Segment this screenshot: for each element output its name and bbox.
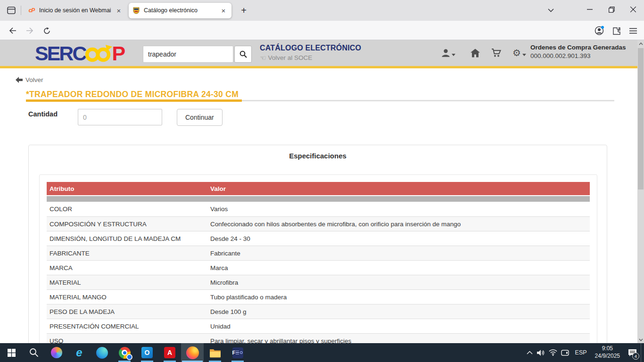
- list-all-tabs-icon[interactable]: [543, 3, 558, 17]
- clock[interactable]: 9:05 24/9/2025: [595, 345, 620, 360]
- specifications-panel: Atributo Valor COLOR Varios COMPOSICIÓN …: [39, 174, 597, 362]
- settings-gear-icon[interactable]: ⚙: [512, 48, 526, 58]
- reload-icon[interactable]: [40, 24, 54, 38]
- spec-value: Varios: [210, 206, 590, 213]
- catalog-title-block: CATÁLOGO ELECTRÓNICO ☜ Volver al SOCE: [260, 44, 361, 61]
- table-row: MARCA Marca: [47, 260, 590, 275]
- scroll-down-icon[interactable]: [637, 336, 644, 343]
- ecuador-arms-icon: [132, 7, 140, 14]
- sercop-loop-icon: [84, 43, 113, 63]
- scrollbar-thumb[interactable]: [638, 48, 644, 189]
- cart-icon[interactable]: [491, 49, 501, 58]
- account-icon[interactable]: [592, 24, 606, 38]
- new-tab-button[interactable]: +: [237, 5, 250, 16]
- copilot-icon[interactable]: [45, 343, 68, 362]
- spec-value: Microfibra: [210, 279, 590, 286]
- sercop-header: SERC P CATÁLOGO ELECTRÓNICO ☜ Volver al …: [0, 40, 644, 68]
- orders-block: Ordenes de Compra Generadas 000.000.002.…: [530, 44, 632, 59]
- extensions-puzzle-icon[interactable]: [609, 24, 623, 38]
- specifications-card: Especificaciones Atributo Valor COLOR Va…: [28, 145, 607, 362]
- quantity-label: Cantidad: [28, 110, 58, 118]
- acrobat-icon[interactable]: A: [158, 343, 181, 362]
- catalog-title: CATÁLOGO ELECTRÓNICO: [260, 44, 361, 52]
- table-row: FABRICANTE Fabricante: [47, 246, 590, 260]
- minimize-button[interactable]: [579, 0, 601, 19]
- browser-tab-bar: cP Inicio de sesión en Webmail × Catálog…: [0, 0, 644, 21]
- soce-link[interactable]: ☜ Volver al SOCE: [260, 54, 361, 61]
- outlook-icon[interactable]: O: [136, 343, 158, 362]
- sercop-logo[interactable]: SERC P: [35, 42, 124, 64]
- spec-attr: FABRICANTE: [47, 250, 210, 257]
- system-tray: ESP 9:05 24/9/2025 4: [524, 343, 644, 362]
- scroll-up-icon[interactable]: [637, 40, 644, 47]
- windows-taskbar: e O A F: [0, 343, 644, 362]
- clock-time: 9:05: [595, 345, 620, 353]
- tab-webmail[interactable]: cP Inicio de sesión en Webmail ×: [24, 3, 127, 18]
- taskbar-search-icon[interactable]: [23, 343, 45, 362]
- firefox-view-icon[interactable]: [4, 3, 19, 17]
- language-indicator[interactable]: ESP: [575, 349, 587, 356]
- restore-button[interactable]: [601, 0, 622, 19]
- spec-attr: DIMENSIÓN, LONGITUD DE LA MADEJA CM: [47, 235, 210, 242]
- start-button[interactable]: [0, 343, 23, 362]
- spec-value: Desde 24 - 30: [210, 235, 590, 242]
- title-underline: [26, 99, 614, 102]
- edge-icon[interactable]: [91, 343, 113, 362]
- forticlient-icon[interactable]: F: [226, 343, 249, 362]
- table-row: PESO DE LA MADEJA Desde 100 g: [47, 304, 590, 319]
- browser-toolbar: catalogoelectronico.compraspublicas.gob.…: [0, 21, 644, 40]
- back-icon[interactable]: [6, 24, 20, 38]
- home-icon[interactable]: [471, 49, 480, 58]
- cpanel-icon: cP: [28, 7, 35, 14]
- tab-catalogo[interactable]: Catálogo electrónico ×: [129, 3, 231, 18]
- search-icon: [239, 50, 247, 58]
- action-center-icon[interactable]: 4: [624, 343, 641, 362]
- menu-hamburger-icon[interactable]: [626, 24, 640, 38]
- table-row: MATERIAL MANGO Tubo plastificado o mader…: [47, 289, 590, 304]
- continue-button[interactable]: Continuar: [177, 109, 223, 126]
- chrome-icon[interactable]: [113, 343, 136, 362]
- header-icon-group: ⚙: [441, 48, 538, 58]
- clock-date: 24/9/2025: [595, 353, 620, 360]
- close-window-button[interactable]: [622, 0, 644, 19]
- spec-attr: MATERIAL: [47, 279, 210, 286]
- column-header-atributo: Atributo: [47, 185, 210, 192]
- table-row: PRESENTACIÓN COMERCIAL Unidad: [47, 319, 590, 333]
- wifi-icon[interactable]: [547, 343, 559, 362]
- tab-title: Catálogo electrónico: [144, 7, 215, 14]
- spec-attr: COLOR: [47, 206, 210, 213]
- file-explorer-icon[interactable]: [204, 343, 226, 362]
- spec-attr: PESO DE LA MADEJA: [47, 308, 210, 315]
- firefox-icon[interactable]: [181, 343, 204, 362]
- spec-value: Tubo plastificado o madera: [210, 294, 590, 301]
- spec-value: Desde 100 g: [210, 308, 590, 315]
- catalog-search-input[interactable]: [143, 46, 233, 63]
- column-header-valor: Valor: [210, 185, 590, 192]
- tab-close-icon[interactable]: ×: [115, 7, 123, 14]
- hidden-icons-chevron[interactable]: [524, 343, 536, 362]
- forward-icon[interactable]: [23, 24, 37, 38]
- logo-text-serc: SERC: [35, 42, 85, 64]
- user-menu-icon[interactable]: [441, 49, 455, 58]
- spec-attr: PRESENTACIÓN COMERCIAL: [47, 323, 210, 330]
- screen: cP Inicio de sesión en Webmail × Catálog…: [0, 0, 644, 362]
- table-row: COLOR Varios: [47, 202, 590, 216]
- table-gray-bar: [47, 196, 590, 202]
- spec-value: Marca: [210, 264, 590, 272]
- specs-table-header: Atributo Valor: [47, 182, 590, 195]
- spec-attr: COMPOSICIÓN Y ESTRUCTURA: [47, 221, 210, 228]
- spec-value: Fabricante: [210, 250, 590, 257]
- specifications-title: Especificaciones: [29, 152, 607, 160]
- spec-attr: MATERIAL MANGO: [47, 294, 210, 301]
- back-link[interactable]: Volver: [16, 76, 43, 83]
- catalog-search-button[interactable]: [234, 46, 252, 63]
- tab-close-icon[interactable]: ×: [219, 7, 228, 14]
- chrome-profile-badge: [126, 354, 132, 360]
- cast-icon[interactable]: [559, 343, 571, 362]
- quantity-input[interactable]: [78, 109, 162, 125]
- internet-explorer-icon[interactable]: e: [68, 343, 91, 362]
- volume-icon[interactable]: [536, 343, 547, 362]
- browser-scrollbar[interactable]: [637, 40, 644, 343]
- window-controls: [579, 0, 644, 19]
- show-desktop-strip[interactable]: [641, 343, 644, 362]
